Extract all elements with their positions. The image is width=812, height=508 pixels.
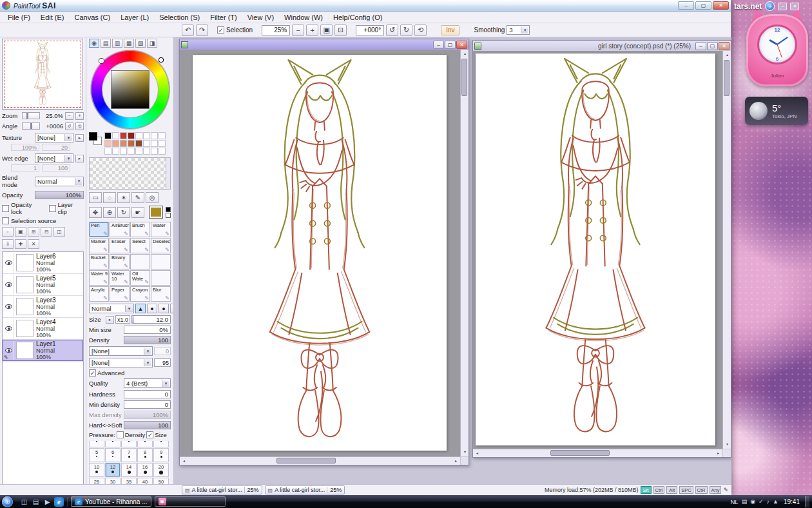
- layer-row-layer1-selected[interactable]: Layer1Normal100% ✎: [3, 340, 83, 362]
- size-preset[interactable]: 30: [105, 478, 121, 484]
- swatch[interactable]: [135, 148, 142, 155]
- hsv-slider-mode-button[interactable]: ▥: [112, 39, 122, 48]
- wet-edge-options-button[interactable]: ▸: [75, 155, 84, 162]
- color-wheel-mode-button[interactable]: ◉: [89, 39, 99, 48]
- scratchpad-mode-button[interactable]: ▧: [135, 39, 146, 48]
- canvas-window-2[interactable]: girl story (concept).psd (*) (25%) – ▢ ✕…: [472, 40, 731, 458]
- sv-cursor[interactable]: [159, 58, 163, 62]
- canvas-1-page[interactable]: [193, 55, 447, 451]
- nav-rotate-ccw-button[interactable]: ↺: [65, 122, 73, 130]
- tool-marker[interactable]: Marker✎: [89, 238, 109, 253]
- tool-bucket[interactable]: Bucket✎: [89, 254, 109, 269]
- tool-empty-slot[interactable]: [130, 254, 150, 269]
- scroll-left-icon[interactable]: ◂: [473, 449, 481, 457]
- smoothing-select[interactable]: 3: [507, 25, 530, 35]
- move-tool-icon[interactable]: ✥: [89, 207, 102, 218]
- min-size-slider[interactable]: 0%: [124, 326, 171, 334]
- menu-file[interactable]: File (F): [3, 12, 35, 23]
- canvas-1-vscrollbar[interactable]: ▴ ▾: [460, 50, 469, 456]
- tool-water10[interactable]: Water 10✎: [110, 270, 130, 286]
- max-density-slider[interactable]: 100%: [124, 411, 171, 419]
- brush-tip-round2-button[interactable]: ●: [159, 304, 169, 313]
- swatch[interactable]: [120, 132, 127, 139]
- menu-canvas[interactable]: Canvas (C): [70, 12, 116, 23]
- mini-bg-color[interactable]: [166, 213, 171, 218]
- swatch[interactable]: [112, 140, 119, 147]
- transfer-down-button[interactable]: ⇩: [2, 239, 14, 249]
- navigator-view-rect[interactable]: [4, 41, 81, 108]
- current-color-chip[interactable]: [149, 206, 163, 219]
- angle-field[interactable]: +000°: [356, 25, 384, 35]
- density-slider[interactable]: 100: [124, 336, 171, 344]
- scroll-right-icon[interactable]: ▸: [452, 457, 460, 465]
- brush-tip-round-button[interactable]: ●: [147, 304, 157, 313]
- size-preset[interactable]: 40: [137, 478, 153, 484]
- layer-row-layer3[interactable]: Layer3Normal100%: [3, 296, 83, 318]
- zoom-tool-icon[interactable]: ⊕: [103, 207, 116, 218]
- layer-row-layer6[interactable]: Layer6Normal100%: [3, 252, 83, 274]
- vscroll-thumb[interactable]: [724, 60, 730, 96]
- layer-row-layer5[interactable]: Layer5Normal100%: [3, 274, 83, 296]
- background-minimize-button[interactable]: –: [778, 3, 787, 10]
- size-preset[interactable]: 6: [105, 448, 121, 462]
- canvas-1-viewport[interactable]: ▴ ▾ ◂ ▸: [180, 50, 469, 465]
- canvas-1-minimize-button[interactable]: –: [433, 41, 444, 49]
- size-preset-selected[interactable]: 12: [105, 463, 121, 477]
- brush-blend-select[interactable]: Normal: [89, 304, 134, 313]
- swatch[interactable]: [135, 132, 142, 139]
- custom-mode-button[interactable]: ◨: [147, 39, 157, 48]
- pen-cursor-icon[interactable]: ✎: [131, 192, 144, 203]
- quick-launch-doc-icon[interactable]: ▤: [31, 497, 41, 507]
- rgb-slider-mode-button[interactable]: ▤: [101, 39, 111, 48]
- saturation-value-square[interactable]: [111, 70, 150, 109]
- tool-water[interactable]: Water✎: [151, 222, 171, 237]
- hand-tool-icon[interactable]: ☛: [131, 207, 144, 218]
- volume-icon[interactable]: ♪: [767, 498, 770, 505]
- background-close-button[interactable]: ✕: [790, 3, 799, 10]
- rotate-reset-button[interactable]: ⟲: [414, 24, 427, 36]
- hue-cursor[interactable]: [99, 59, 104, 63]
- duplicate-layer-button[interactable]: ⊞: [28, 227, 39, 237]
- scroll-up-icon[interactable]: ▴: [723, 51, 731, 59]
- cat-clock-gadget[interactable]: 12 6 Julian: [746, 9, 808, 93]
- advanced-checkbox[interactable]: ✓: [89, 369, 96, 376]
- visibility-toggle[interactable]: [4, 319, 14, 338]
- start-button[interactable]: ⊞: [2, 496, 13, 507]
- layer-row-layer4[interactable]: Layer4Normal100%: [3, 318, 83, 340]
- swatch[interactable]: [104, 148, 111, 155]
- swatch[interactable]: [159, 140, 166, 147]
- hscroll-thumb[interactable]: [550, 450, 610, 456]
- canvas-1-close-button[interactable]: ✕: [456, 41, 467, 49]
- swatch[interactable]: [112, 132, 119, 139]
- zoom-out-button[interactable]: −: [292, 24, 304, 36]
- nav-zoom-in-button[interactable]: +: [75, 112, 84, 120]
- merge-down-button[interactable]: ✚: [15, 239, 26, 249]
- blend-mode-select[interactable]: Normal: [35, 177, 84, 186]
- layer-mask-button[interactable]: ⊟: [41, 227, 52, 237]
- nav-zoom-out-button[interactable]: −: [65, 112, 73, 120]
- menu-edit[interactable]: Edit (E): [35, 12, 70, 23]
- size-preset[interactable]: 4: [137, 441, 153, 447]
- close-button[interactable]: ✕: [713, 1, 729, 10]
- rotate-cw-button[interactable]: ↻: [400, 24, 412, 36]
- swatch[interactable]: [128, 148, 135, 155]
- scroll-down-icon[interactable]: ▾: [723, 440, 731, 449]
- internet-explorer-icon[interactable]: e: [54, 497, 64, 507]
- canvas-1-maximize-button[interactable]: ▢: [445, 41, 456, 49]
- canvas-2-minimize-button[interactable]: –: [695, 42, 706, 50]
- rotate-ccw-button[interactable]: ↺: [386, 24, 398, 36]
- pressure-size-checkbox[interactable]: ✓: [146, 431, 153, 438]
- quality-select[interactable]: 4 (Best): [124, 378, 171, 388]
- pressure-density-checkbox[interactable]: ✓: [117, 431, 124, 438]
- rect-select-icon[interactable]: ▭: [89, 192, 102, 203]
- menu-window[interactable]: Window (W): [279, 12, 328, 23]
- size-preset[interactable]: 25: [89, 478, 104, 484]
- brush-tip-soft-button[interactable]: ▲: [135, 304, 146, 313]
- size-preset[interactable]: 10: [89, 463, 104, 477]
- quick-launch-media-icon[interactable]: ▶: [43, 497, 52, 507]
- tool-pen[interactable]: Pen✎: [89, 222, 109, 237]
- texture-options-button[interactable]: ▸: [75, 134, 84, 142]
- swatch[interactable]: [143, 148, 150, 155]
- min-density-slider[interactable]: 0: [124, 400, 171, 409]
- canvas-window-2-titlebar[interactable]: girl story (concept).psd (*) (25%) – ▢ ✕: [473, 41, 731, 51]
